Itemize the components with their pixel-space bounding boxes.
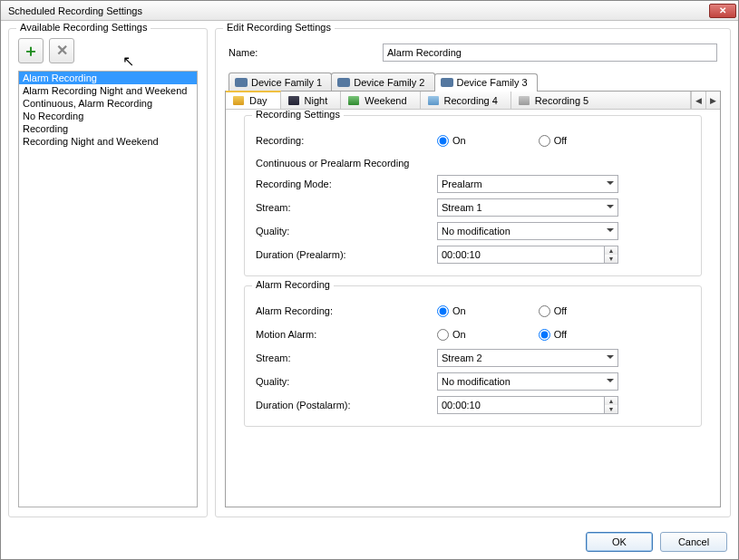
alarm-off-option[interactable]: Off bbox=[539, 305, 567, 317]
chevron-right-icon: ▶ bbox=[710, 96, 716, 105]
tab-recording-5[interactable]: Recording 5 bbox=[511, 92, 601, 109]
alarm-recording-group: Alarm Recording Alarm Recording: On bbox=[244, 285, 702, 427]
alarm-quality-label: Quality: bbox=[256, 376, 437, 387]
schedule-panel: Recording Settings Recording: On bbox=[226, 110, 720, 507]
tab-label: Night bbox=[305, 95, 328, 106]
list-item[interactable]: Recording bbox=[19, 122, 197, 135]
available-settings-legend: Available Recording Settings bbox=[16, 22, 151, 33]
tab-scroll-right[interactable]: ▶ bbox=[705, 92, 720, 109]
delete-setting-button[interactable]: ✕ bbox=[49, 38, 74, 63]
spinner-buttons: ▲ ▼ bbox=[604, 396, 618, 414]
list-item[interactable]: Recording Night and Weekend bbox=[19, 135, 197, 148]
tab-label: Weekend bbox=[365, 95, 406, 106]
ok-button[interactable]: OK bbox=[586, 532, 653, 552]
camera-icon bbox=[441, 78, 453, 87]
tab-device-family-2[interactable]: Device Family 2 bbox=[331, 72, 434, 91]
alarm-recording-radio-group: On Off bbox=[437, 305, 567, 317]
x-icon: ✕ bbox=[56, 43, 68, 58]
alarm-on-radio[interactable] bbox=[437, 305, 449, 317]
duration-prealarm-spinner[interactable]: ▲ ▼ bbox=[437, 246, 618, 264]
close-button[interactable]: ✕ bbox=[709, 4, 736, 18]
alarm-stream-select[interactable]: Stream 2 bbox=[437, 349, 618, 367]
name-label: Name: bbox=[229, 47, 383, 58]
recording-off-option[interactable]: Off bbox=[539, 135, 567, 147]
tab-recording-4[interactable]: Recording 4 bbox=[421, 92, 511, 109]
on-label: On bbox=[452, 329, 466, 340]
quality-select[interactable]: No modification bbox=[437, 222, 618, 240]
recording-mode-row: Recording Mode: Prealarm bbox=[256, 172, 690, 196]
recording-row: Recording: On Off bbox=[256, 129, 690, 152]
tab-label: Device Family 2 bbox=[354, 77, 424, 88]
spinner-down[interactable]: ▼ bbox=[605, 405, 617, 413]
duration-prealarm-input[interactable] bbox=[437, 246, 604, 264]
cursor-icon: ↖ bbox=[122, 53, 134, 70]
motion-off-radio[interactable] bbox=[539, 329, 550, 341]
alarm-quality-select[interactable]: No modification bbox=[437, 372, 618, 391]
weekend-icon bbox=[348, 96, 359, 105]
continuous-prealarm-header: Continuous or Prealarm Recording bbox=[256, 158, 690, 169]
chevron-down-icon: ▼ bbox=[608, 256, 615, 262]
tab-day[interactable]: Day bbox=[226, 91, 281, 109]
recording-label: Recording: bbox=[256, 135, 437, 146]
spinner-down[interactable]: ▼ bbox=[605, 255, 617, 263]
alarm-off-radio[interactable] bbox=[539, 305, 550, 317]
schedule-tabs: Day Night Weekend Recording 4 bbox=[226, 92, 720, 110]
alarm-recording-row: Alarm Recording: On Off bbox=[256, 299, 690, 323]
list-item[interactable]: Alarm Recording Night and Weekend bbox=[19, 84, 197, 97]
spinner-up[interactable]: ▲ bbox=[605, 397, 617, 405]
name-row: Name: bbox=[229, 43, 717, 62]
settings-list[interactable]: Alarm Recording Alarm Recording Night an… bbox=[18, 71, 198, 507]
duration-prealarm-row: Duration (Prealarm): ▲ ▼ bbox=[256, 243, 690, 266]
edit-settings-legend: Edit Recording Settings bbox=[223, 22, 335, 33]
recording5-icon bbox=[519, 96, 530, 105]
duration-postalarm-input[interactable] bbox=[437, 396, 604, 414]
tab-scroll-left[interactable]: ◀ bbox=[691, 92, 705, 109]
titlebar: Scheduled Recording Settings ✕ bbox=[1, 1, 738, 21]
settings-toolbar: ＋ ✕ ↖ bbox=[18, 38, 198, 63]
list-item[interactable]: Continuous, Alarm Recording bbox=[19, 97, 197, 110]
window-title: Scheduled Recording Settings bbox=[8, 5, 709, 16]
tab-label: Day bbox=[249, 95, 267, 106]
alarm-recording-legend: Alarm Recording bbox=[252, 279, 334, 290]
tab-device-family-1[interactable]: Device Family 1 bbox=[229, 72, 332, 91]
chevron-left-icon: ◀ bbox=[695, 96, 702, 105]
tab-night[interactable]: Night bbox=[281, 92, 342, 109]
recording-on-option[interactable]: On bbox=[437, 135, 466, 147]
stream-label: Stream: bbox=[256, 202, 437, 213]
motion-on-radio[interactable] bbox=[437, 329, 449, 341]
plus-icon: ＋ bbox=[23, 43, 39, 59]
motion-on-option[interactable]: On bbox=[437, 329, 466, 341]
alarm-recording-label: Alarm Recording: bbox=[256, 305, 437, 316]
quality-row: Quality: No modification bbox=[256, 219, 690, 243]
close-icon: ✕ bbox=[719, 5, 726, 15]
tab-label: Recording 4 bbox=[444, 95, 498, 106]
duration-prealarm-label: Duration (Prealarm): bbox=[256, 249, 437, 260]
off-label: Off bbox=[554, 305, 567, 316]
camera-icon bbox=[337, 78, 350, 87]
tab-device-family-3[interactable]: Device Family 3 bbox=[434, 73, 538, 92]
cancel-button[interactable]: Cancel bbox=[660, 532, 727, 552]
recording-on-radio[interactable] bbox=[437, 135, 449, 147]
alarm-quality-row: Quality: No modification bbox=[256, 370, 690, 393]
alarm-stream-label: Stream: bbox=[256, 352, 437, 363]
motion-off-option[interactable]: Off bbox=[539, 329, 567, 341]
stream-select[interactable]: Stream 1 bbox=[437, 198, 618, 217]
on-label: On bbox=[452, 135, 466, 146]
chevron-up-icon: ▲ bbox=[608, 398, 615, 404]
alarm-on-option[interactable]: On bbox=[437, 305, 466, 317]
alarm-stream-value: Stream 2 bbox=[442, 352, 482, 363]
night-icon bbox=[288, 96, 299, 105]
recording-mode-select[interactable]: Prealarm bbox=[437, 175, 618, 193]
spinner-up[interactable]: ▲ bbox=[605, 246, 617, 255]
list-item[interactable]: Alarm Recording bbox=[19, 72, 197, 84]
right-column: Edit Recording Settings Name: Device Fam… bbox=[215, 28, 731, 517]
chevron-down-icon: ▼ bbox=[608, 406, 615, 412]
list-item[interactable]: No Recording bbox=[19, 110, 197, 122]
add-setting-button[interactable]: ＋ bbox=[18, 38, 44, 63]
tab-weekend[interactable]: Weekend bbox=[341, 92, 420, 109]
tab-spacer bbox=[601, 92, 691, 109]
recording-off-radio[interactable] bbox=[539, 135, 550, 147]
name-input[interactable] bbox=[383, 43, 717, 62]
available-settings-fieldset: Available Recording Settings ＋ ✕ ↖ Alarm… bbox=[8, 28, 208, 517]
duration-postalarm-spinner[interactable]: ▲ ▼ bbox=[437, 396, 618, 414]
